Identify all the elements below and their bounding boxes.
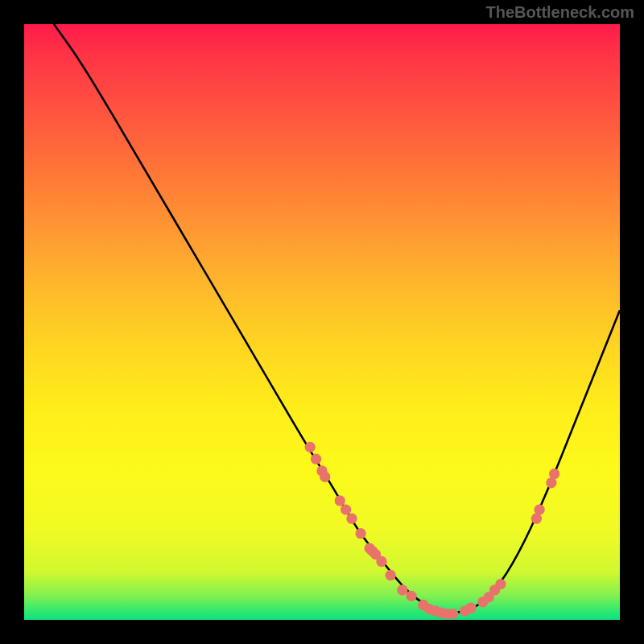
data-point xyxy=(465,603,476,613)
data-point xyxy=(346,514,357,524)
data-point xyxy=(549,469,559,479)
data-point xyxy=(385,570,395,580)
data-points-group xyxy=(305,442,560,620)
data-point xyxy=(320,472,330,482)
data-point xyxy=(397,584,407,595)
data-point xyxy=(534,504,544,514)
data-point xyxy=(448,609,458,619)
data-point xyxy=(495,579,506,589)
attribution-label: TheBottleneck.com xyxy=(486,3,634,22)
data-point xyxy=(335,495,345,506)
data-point xyxy=(305,442,316,452)
data-point xyxy=(355,528,365,539)
chart-svg xyxy=(24,24,620,620)
data-point xyxy=(406,591,416,601)
plot-area xyxy=(24,24,620,620)
data-point xyxy=(341,504,351,514)
data-point xyxy=(311,454,321,464)
bottleneck-curve xyxy=(54,24,620,613)
data-point xyxy=(376,556,386,567)
